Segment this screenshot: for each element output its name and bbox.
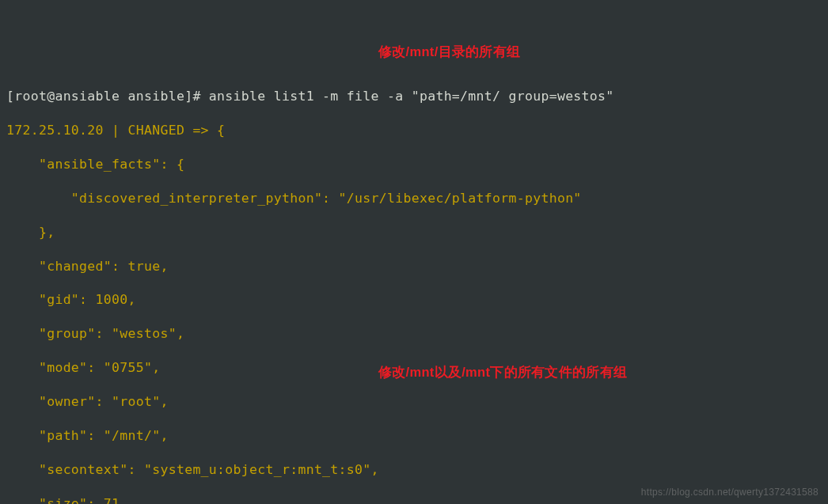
annotation-text: 修改/mnt/目录的所有组 bbox=[378, 44, 520, 60]
output-line: "owner": "root", bbox=[6, 393, 822, 410]
output-line: "gid": 1000, bbox=[6, 291, 822, 308]
output-header: 172.25.10.20 | CHANGED => { bbox=[6, 122, 822, 138]
output-line: "secontext": "system_u:object_r:mnt_t:s0… bbox=[6, 461, 822, 478]
output-line: }, bbox=[6, 224, 822, 241]
command-prompt-line: [root@ansiable ansible]# ansible list1 -… bbox=[6, 88, 822, 104]
output-line: "changed": true, bbox=[6, 258, 822, 275]
watermark-text: https://blog.csdn.net/qwerty1372431588 bbox=[641, 487, 819, 499]
annotation-text: 修改/mnt以及/mnt下的所有文件的所有组 bbox=[378, 364, 627, 381]
output-line: "discovered_interpreter_python": "/usr/l… bbox=[6, 190, 822, 207]
output-line: "path": "/mnt/", bbox=[6, 427, 822, 444]
output-line: "ansible_facts": { bbox=[6, 156, 822, 172]
output-line: "group": "westos", bbox=[6, 325, 822, 342]
terminal-output[interactable]: [root@ansiable ansible]# ansible list1 -… bbox=[6, 71, 822, 504]
